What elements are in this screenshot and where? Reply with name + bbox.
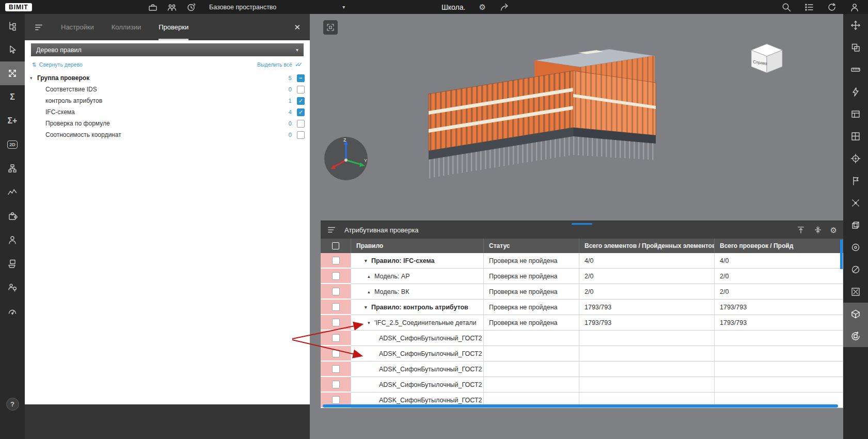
- checkbox[interactable]: [297, 74, 305, 82]
- table-row[interactable]: ▾Правило: IFC-схема Проверка не пройдена…: [321, 253, 843, 269]
- expander-icon[interactable]: ▾: [365, 305, 371, 310]
- handover-icon[interactable]: [0, 252, 25, 275]
- expander-icon[interactable]: ▴: [368, 289, 374, 294]
- row-checkbox[interactable]: [332, 334, 340, 342]
- orbit-icon[interactable]: [843, 325, 868, 347]
- section-views-icon[interactable]: [843, 103, 868, 125]
- help-button[interactable]: ?: [6, 398, 19, 411]
- share-icon[interactable]: [499, 2, 510, 12]
- settings-gear-icon[interactable]: ⚙: [479, 3, 485, 11]
- tree-item[interactable]: Проверка по формуле 0: [30, 118, 305, 129]
- person-location-icon[interactable]: [0, 275, 25, 299]
- tab-settings[interactable]: Настройки: [61, 14, 94, 40]
- table-row[interactable]: ▾'IFC_2.5_Соединительные детали Проверка…: [321, 315, 843, 331]
- checkbox[interactable]: [297, 131, 305, 139]
- checkbox[interactable]: [297, 108, 305, 116]
- checkbox[interactable]: [297, 97, 305, 105]
- row-checkbox[interactable]: [332, 272, 340, 280]
- expander-icon[interactable]: ▾: [365, 258, 371, 263]
- ruler-icon[interactable]: [843, 58, 868, 81]
- rules-tree-header[interactable]: Дерево правил ▾: [31, 43, 304, 56]
- expander-icon[interactable]: ▾: [30, 75, 37, 81]
- search-icon[interactable]: [781, 2, 792, 12]
- structure-icon[interactable]: [0, 156, 25, 180]
- history-icon[interactable]: [186, 2, 196, 12]
- table-settings-gear-icon[interactable]: ⚙: [830, 226, 837, 234]
- sync-icon[interactable]: [827, 2, 837, 12]
- tab-collisions[interactable]: Коллизии: [112, 14, 141, 40]
- panel-drag-handle[interactable]: [572, 223, 592, 225]
- locate-icon[interactable]: [843, 147, 868, 169]
- cube-view-icon[interactable]: [843, 303, 868, 325]
- row-checkbox[interactable]: [332, 365, 340, 373]
- axis-gizmo[interactable]: Z Y: [323, 135, 369, 182]
- table-row[interactable]: ADSK_СифонБутылочный_ГОСТ2: [321, 346, 843, 362]
- align-middle-icon[interactable]: [813, 225, 823, 234]
- view-2d-icon[interactable]: 2D: [0, 133, 25, 156]
- row-checkbox[interactable]: [332, 381, 340, 388]
- tree-item[interactable]: ▾ Группа проверок 5: [30, 72, 305, 84]
- close-icon[interactable]: ✕: [294, 23, 301, 32]
- select-all-checkbox[interactable]: [332, 242, 339, 249]
- tree-item[interactable]: Соответствие IDS 0: [30, 84, 305, 95]
- section-cut-icon[interactable]: [843, 192, 868, 214]
- workspace-selector[interactable]: Базовое пространство ▾: [209, 4, 345, 11]
- column-header-rule[interactable]: Правило: [351, 239, 484, 253]
- section-plane-icon[interactable]: [843, 125, 868, 147]
- table-row[interactable]: ADSK_СифонБутылочный_ГОСТ2: [321, 331, 843, 346]
- hide-icon[interactable]: [843, 258, 868, 280]
- bounding-box-icon[interactable]: [843, 214, 868, 236]
- plugins-icon[interactable]: [0, 204, 25, 228]
- person-icon[interactable]: [0, 228, 25, 252]
- checkbox[interactable]: [297, 86, 305, 93]
- collapse-tree-link[interactable]: ⇅ Свернуть дерево: [32, 61, 83, 68]
- pan-icon[interactable]: [843, 14, 868, 36]
- horizontal-scrollbar[interactable]: [323, 404, 838, 407]
- row-checkbox[interactable]: [332, 257, 340, 264]
- tree-item[interactable]: контроль атрибутов 1: [30, 95, 305, 106]
- show-icon[interactable]: [843, 236, 868, 258]
- tree-item[interactable]: Соотносимость координат 0: [30, 129, 305, 140]
- row-checkbox[interactable]: [332, 319, 340, 326]
- select-all-link[interactable]: Выделить всё ✓✓: [257, 61, 303, 68]
- copy-selection-icon[interactable]: [843, 36, 868, 58]
- panel-list-icon[interactable]: [327, 225, 336, 234]
- column-header-checks[interactable]: Всего проверок / Пройд: [715, 239, 843, 253]
- column-header-elements[interactable]: Всего элементов / Пройденных элементов: [579, 239, 715, 253]
- sum-icon[interactable]: Σ: [0, 85, 25, 109]
- table-row[interactable]: ADSK_СифонБутылочный_ГОСТ2: [321, 377, 843, 393]
- view-cube[interactable]: Справа: [746, 39, 787, 76]
- table-row[interactable]: ▴Модель: АР Проверка не пройдена 2/0 2/0: [321, 269, 843, 284]
- row-checkbox[interactable]: [332, 396, 340, 404]
- profile-icon[interactable]: [849, 2, 860, 12]
- row-checkbox[interactable]: [332, 350, 340, 357]
- expander-icon[interactable]: ▾: [368, 320, 374, 325]
- clash-detection-icon[interactable]: [0, 61, 25, 85]
- vertical-scrollbar[interactable]: [840, 240, 843, 269]
- align-top-icon[interactable]: [796, 225, 806, 234]
- toolbox-icon[interactable]: [148, 2, 158, 12]
- table-row[interactable]: ▾Правило: контроль атрибутов Проверка не…: [321, 300, 843, 315]
- tab-checks[interactable]: Проверки: [159, 14, 188, 40]
- users-icon[interactable]: [167, 2, 177, 12]
- model-tree-icon[interactable]: [0, 14, 25, 38]
- sum-plus-icon[interactable]: Σ+: [0, 109, 25, 133]
- row-checkbox[interactable]: [332, 303, 340, 311]
- table-row[interactable]: ▴Модель: ВК Проверка не пройдена 2/0 2/0: [321, 284, 843, 300]
- fit-view-button[interactable]: [323, 20, 338, 35]
- viewport-3d[interactable]: Справа Z Y: [310, 14, 843, 439]
- edit-select-icon[interactable]: [0, 38, 25, 61]
- list-icon[interactable]: [804, 2, 814, 12]
- expander-icon[interactable]: ▴: [368, 274, 374, 279]
- checkbox[interactable]: [297, 120, 305, 128]
- dashboard-icon[interactable]: [0, 299, 25, 323]
- tree-item[interactable]: IFC-схема 4: [30, 106, 305, 118]
- column-header-status[interactable]: Статус: [484, 239, 579, 253]
- isolate-icon[interactable]: [843, 280, 868, 303]
- chart-icon[interactable]: [0, 180, 25, 204]
- table-row[interactable]: ADSK_СифонБутылочный_ГОСТ2: [321, 362, 843, 377]
- row-checkbox[interactable]: [332, 288, 340, 295]
- flag-icon[interactable]: [843, 169, 868, 192]
- panel-menu-icon[interactable]: [34, 23, 43, 32]
- lightning-icon[interactable]: [843, 81, 868, 103]
